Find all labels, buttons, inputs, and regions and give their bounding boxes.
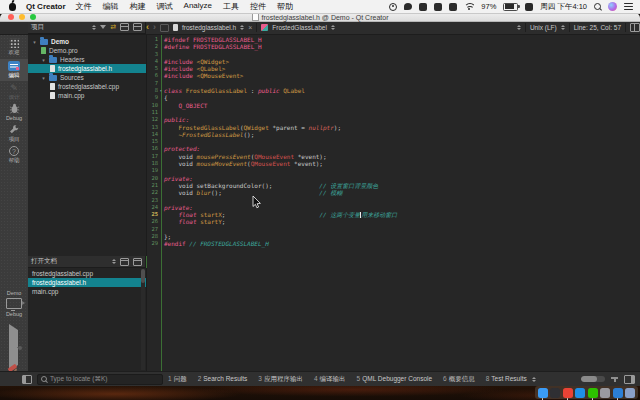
symbol-selector[interactable]: FrostedGlassLabel	[272, 24, 327, 31]
close-document-icon[interactable]: ×	[248, 24, 252, 31]
screen-record-icon[interactable]	[389, 3, 397, 11]
chat-tray-icon[interactable]	[404, 3, 412, 10]
tray-icon-4[interactable]	[525, 3, 533, 11]
toggle-right-sidebar-icon[interactable]	[624, 375, 635, 384]
tool-status-icon[interactable]	[611, 376, 618, 382]
menu-item-编辑[interactable]: 编辑	[103, 1, 119, 12]
close-panel-icon[interactable]	[133, 23, 142, 31]
menu-item-构建[interactable]: 构建	[130, 1, 146, 12]
open-doc-main.cpp[interactable]: main.cpp	[28, 287, 146, 296]
tree-item-Headers[interactable]: ▾Headers	[28, 55, 146, 64]
line-number: 20	[146, 175, 158, 182]
line-number: 15	[146, 138, 158, 145]
mode-design[interactable]: ✎ 设计	[0, 83, 28, 101]
toggle-left-sidebar-icon[interactable]	[22, 375, 32, 384]
menu-item-帮助[interactable]: 帮助	[277, 1, 293, 12]
open-docs-close-icon[interactable]	[133, 258, 142, 266]
tree-item-Demo[interactable]: ▾Demo	[28, 37, 146, 46]
kit-selector[interactable]: Demo Debug	[0, 290, 28, 317]
open-documents-panel: frostedglasslabel.cppfrostedglasslabel.h…	[28, 268, 147, 371]
output-pane-5[interactable]: 5QML Debugger Console	[357, 375, 432, 384]
filter-icon[interactable]	[100, 25, 106, 32]
kit-project-name: Demo	[7, 290, 22, 296]
dock-app-files[interactable]	[625, 388, 635, 398]
dock-app-finder[interactable]	[538, 388, 548, 398]
code-line: 27	[146, 226, 640, 233]
output-pane-2[interactable]: 2Search Results	[198, 375, 248, 384]
project-panel-header: 项目 ⇄	[28, 21, 146, 34]
dock-app-app-store[interactable]	[575, 388, 585, 398]
cursor-position-indicator[interactable]: Line: 25, Col: 57	[574, 24, 621, 31]
battery-icon[interactable]	[503, 3, 518, 11]
encoding-indicator[interactable]: Unix (LF)	[530, 24, 557, 31]
notification-center-icon[interactable]	[624, 3, 633, 10]
window-title-bar[interactable]: frostedglasslabel.h @ Demo - Qt Creator	[0, 13, 640, 22]
encoding-combo-arrows[interactable]	[517, 23, 521, 32]
open-docs-scrollbar[interactable]	[141, 269, 145, 370]
code-line: 13 FrostedGlassLabel(QWidget *parent = n…	[146, 124, 640, 131]
locator-placeholder: Type to locate (⌘K)	[50, 375, 107, 383]
code-line: 9{	[146, 94, 640, 101]
locator-search-icon	[41, 376, 47, 382]
tree-item-frostedglasslabel.h[interactable]: frostedglasslabel.h	[28, 64, 146, 73]
tree-item-main.cpp[interactable]: main.cpp	[28, 91, 146, 100]
dock-app-wechat[interactable]	[588, 388, 598, 398]
app-menu-title[interactable]: Qt Creator	[26, 2, 66, 11]
sync-with-editor-icon[interactable]: ⇄	[110, 23, 116, 31]
menu-item-控件[interactable]: 控件	[250, 1, 266, 12]
expander-icon[interactable]: ▾	[41, 75, 46, 81]
tray-icon-3[interactable]	[449, 3, 457, 11]
expander-icon[interactable]: ▾	[32, 39, 37, 45]
open-docs-split-icon[interactable]	[120, 258, 129, 266]
locator-field[interactable]: Type to locate (⌘K)	[37, 374, 163, 385]
menu-item-调试[interactable]: 调试	[157, 1, 173, 12]
tree-item-frostedglasslabel.cpp[interactable]: frostedglasslabel.cpp	[28, 82, 146, 91]
output-pane-4[interactable]: 4编译输出	[314, 375, 346, 384]
menu-item-Analyze[interactable]: Analyze	[184, 1, 212, 12]
wifi-icon[interactable]	[464, 3, 474, 11]
tray-icon-2[interactable]	[434, 3, 442, 11]
siri-icon[interactable]	[608, 2, 617, 11]
mode-help[interactable]: ? 帮助	[0, 146, 28, 164]
output-pane-3[interactable]: 3应用程序输出	[258, 375, 303, 384]
output-pane-combo[interactable]	[532, 375, 536, 384]
pin-document-icon[interactable]	[160, 24, 169, 32]
dock-app-launchpad[interactable]	[550, 388, 560, 398]
document-dropdown[interactable]	[240, 23, 244, 32]
apple-menu-icon[interactable]	[9, 3, 16, 11]
open-doc-frostedglasslabel.h[interactable]: frostedglasslabel.h	[28, 278, 146, 287]
clock[interactable]: 周四 下午4:10	[540, 2, 587, 12]
split-panel-icon[interactable]	[120, 23, 129, 31]
menu-item-工具[interactable]: 工具	[223, 1, 239, 12]
open-docs-combo[interactable]	[112, 257, 116, 266]
expander-icon[interactable]: ▾	[41, 57, 46, 63]
split-editor-icon[interactable]	[630, 23, 640, 32]
output-pane-1[interactable]: 1问题	[168, 375, 187, 384]
symbol-dropdown[interactable]	[331, 23, 335, 32]
dock-app-chrome[interactable]	[563, 388, 573, 398]
open-doc-frostedglasslabel.cpp[interactable]: frostedglasslabel.cpp	[28, 269, 146, 278]
open-documents-header: 打开文档	[28, 256, 146, 268]
dock-app-vscode[interactable]	[613, 388, 623, 398]
mode-debug[interactable]: Debug	[0, 103, 28, 121]
output-pane-6[interactable]: 6概要信息	[443, 375, 475, 384]
panel-selector-combo[interactable]	[92, 23, 96, 32]
code-editor[interactable]: 1#ifndef FROSTEDGLASSLABEL_H2#define FRO…	[146, 34, 640, 371]
mode-edit[interactable]: 编辑	[0, 59, 28, 81]
tree-item-Sources[interactable]: ▾Sources	[28, 73, 146, 82]
output-pane-8[interactable]: 8Test Results	[486, 375, 527, 384]
line-number: 7	[146, 80, 158, 87]
lineend-combo-arrows[interactable]	[561, 23, 565, 32]
tree-item-Demo.pro[interactable]: Demo.pro	[28, 46, 146, 55]
project-tree: ▾DemoDemo.pro▾Headersfrostedglasslabel.h…	[28, 34, 146, 100]
go-back-button[interactable]: ‹	[146, 23, 149, 32]
tray-icon-1[interactable]	[419, 3, 427, 11]
open-document-tab[interactable]: frostedglasslabel.h	[182, 24, 236, 31]
menu-item-文件[interactable]: 文件	[76, 1, 92, 12]
mode-projects[interactable]: 项目	[0, 124, 28, 143]
spotlight-search-icon[interactable]	[594, 3, 601, 10]
wrench-icon	[9, 124, 20, 135]
dock-app-settings[interactable]	[600, 388, 610, 398]
mode-welcome[interactable]: 欢迎	[0, 38, 28, 56]
go-forward-button[interactable]: ›	[153, 23, 156, 32]
